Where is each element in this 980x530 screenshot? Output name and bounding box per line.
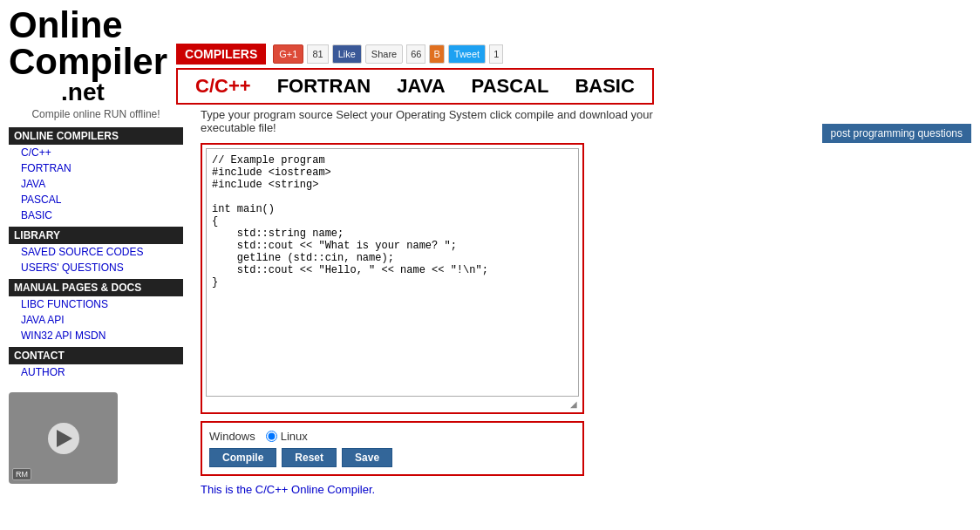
header-right: COMPILERS G+1 81 Like Share 66 B Tweet 1… [176, 44, 654, 105]
bottom-text: This is the C/C++ Online Compiler. [201, 483, 971, 496]
lang-tab-fortran[interactable]: FORTRAN [277, 75, 371, 98]
logo-net: .net [61, 80, 167, 105]
fb-count: 66 [406, 44, 425, 64]
sidebar-item-saved-source-codes[interactable]: SAVED SOURCE CODES [9, 244, 183, 260]
compile-section: Windows Linux Compile Reset Save [201, 421, 584, 476]
tweet-label: Tweet [454, 49, 480, 59]
linux-radio-group: Linux [266, 430, 308, 443]
content-description: Type your program source Select your Ope… [201, 108, 689, 134]
sidebar: Compile online RUN offline! ONLINE COMPI… [9, 108, 183, 530]
sidebar-item-win32[interactable]: WIN32 API MSDN [9, 328, 183, 343]
sidebar-header-library: LIBRARY [9, 227, 183, 244]
sidebar-tagline: Compile online RUN offline! [9, 108, 183, 120]
b-button[interactable]: B [429, 44, 444, 64]
lang-tab-pascal[interactable]: PASCAL [472, 75, 549, 98]
social-buttons: G+1 81 Like Share 66 B Tweet 1 [273, 44, 503, 64]
play-button[interactable] [48, 423, 79, 454]
post-questions-button[interactable]: post programming questions [822, 124, 971, 143]
tweet-count: 1 [489, 44, 503, 64]
logo-online: Online [9, 7, 167, 44]
sidebar-header-online-compilers: ONLINE COMPILERS [9, 127, 183, 145]
main-layout: Compile online RUN offline! ONLINE COMPI… [0, 108, 980, 530]
sidebar-item-pascal[interactable]: PASCAL [9, 192, 183, 207]
content-area: Type your program source Select your Ope… [201, 108, 971, 530]
sidebar-item-fortran[interactable]: FORTRAN [9, 160, 183, 176]
lang-tab-basic[interactable]: BASIC [575, 75, 634, 98]
button-row: Compile Reset Save [209, 448, 575, 467]
code-editor[interactable]: // Example program #include <iostream> #… [206, 148, 579, 397]
lang-tabs: C/C++ FORTRAN JAVA PASCAL BASIC [176, 68, 654, 105]
sidebar-item-libc[interactable]: LIBC FUNCTIONS [9, 296, 183, 312]
sidebar-item-cc[interactable]: C/C++ [9, 145, 183, 160]
sidebar-item-users-questions[interactable]: USERS' QUESTIONS [9, 260, 183, 275]
sidebar-item-author[interactable]: AUTHOR [9, 364, 183, 380]
save-button[interactable]: Save [342, 448, 392, 467]
lang-tab-cc[interactable]: C/C++ [195, 75, 251, 98]
sidebar-header-manual: MANUAL PAGES & DOCS [9, 279, 183, 296]
windows-label: Windows [209, 430, 255, 443]
compilers-badge: COMPILERS [176, 44, 266, 65]
logo-compiler: Compiler [9, 44, 167, 80]
compile-button[interactable]: Compile [209, 448, 276, 467]
compilers-bar: COMPILERS G+1 81 Like Share 66 B Tweet 1 [176, 44, 654, 65]
reset-button[interactable]: Reset [282, 448, 337, 467]
resize-handle: ◢ [206, 399, 579, 409]
sidebar-item-java[interactable]: JAVA [9, 176, 183, 192]
header: Online Compiler .net COMPILERS G+1 81 Li… [0, 0, 980, 105]
sidebar-item-basic[interactable]: BASIC [9, 207, 183, 223]
linux-label: Linux [281, 430, 308, 443]
gplus-button[interactable]: G+1 [273, 44, 303, 64]
sidebar-header-contact: CONTACT [9, 347, 183, 364]
fb-like-button[interactable]: Like [332, 44, 362, 64]
linux-radio[interactable] [266, 431, 277, 442]
lang-tab-java[interactable]: JAVA [397, 75, 445, 98]
os-row: Windows Linux [209, 430, 575, 443]
code-editor-wrapper: // Example program #include <iostream> #… [201, 143, 584, 414]
sidebar-item-javaapi[interactable]: JAVA API [9, 312, 183, 328]
gplus-count: 81 [307, 44, 328, 64]
play-icon [57, 430, 72, 447]
fb-share-button[interactable]: Share [365, 44, 403, 64]
rm-badge: RM [12, 468, 31, 480]
video-thumbnail[interactable]: RM [9, 392, 118, 484]
tweet-button[interactable]: Tweet [448, 44, 486, 64]
logo-area: Online Compiler .net [9, 7, 167, 105]
